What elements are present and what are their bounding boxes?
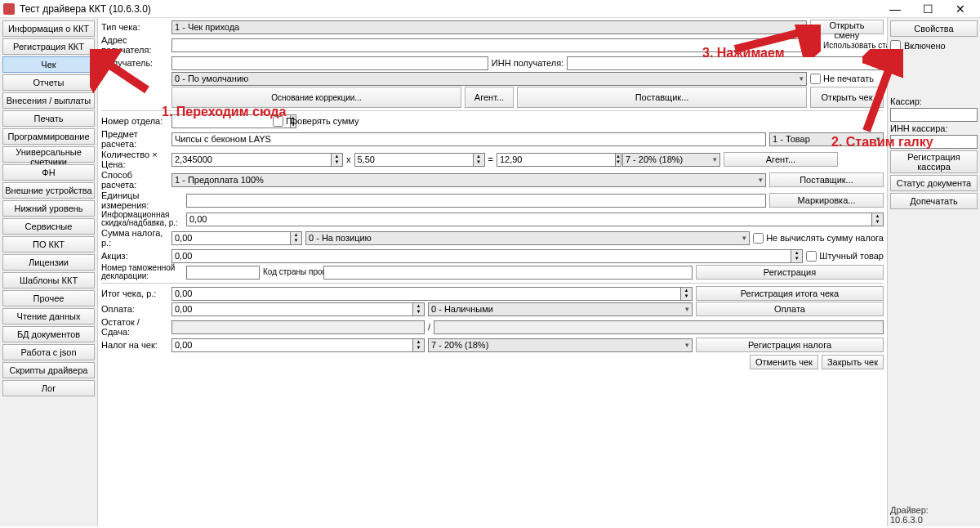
close-button[interactable]: ✕ bbox=[944, 1, 977, 17]
country-code-input[interactable] bbox=[323, 266, 693, 280]
vat-rate-select[interactable]: 7 - 20% (18%) bbox=[622, 153, 720, 167]
sidebar-item-6[interactable]: Программирование bbox=[2, 128, 95, 145]
sidebar-item-10[interactable]: Нижний уровень bbox=[2, 200, 95, 217]
supplier2-button[interactable]: Поставщик... bbox=[769, 172, 884, 187]
minimize-button[interactable]: — bbox=[879, 1, 911, 17]
check-type-select[interactable]: 1 - Чек прихода bbox=[172, 20, 807, 34]
recipient-input[interactable] bbox=[172, 56, 488, 70]
change-input bbox=[434, 320, 884, 334]
check-tax-input[interactable] bbox=[172, 338, 413, 352]
cashier-label: Кассир: bbox=[890, 96, 978, 106]
sidebar-item-14[interactable]: Шаблоны ККТ bbox=[2, 272, 95, 289]
recipient-address-input[interactable] bbox=[172, 38, 807, 52]
check-tax-rate-select[interactable]: 7 - 20% (18%) bbox=[428, 338, 693, 352]
check-type-label: Тип чека: bbox=[101, 22, 168, 32]
titlebar: Тест драйвера ККТ (10.6.3.0) — ☐ ✕ bbox=[0, 0, 980, 18]
remain-label: Остаток / Сдача: bbox=[101, 317, 168, 337]
register-cashier-button[interactable]: Регистрация кассира bbox=[890, 150, 978, 173]
window-title: Тест драйвера ККТ (10.6.3.0) bbox=[20, 3, 879, 15]
tax-position-select[interactable]: 0 - На позицию bbox=[305, 231, 750, 245]
sidebar: Информация о ККТРегистрация ККТЧекОтчеты… bbox=[0, 18, 98, 526]
tax-sum-label: Сумма налога, р.: bbox=[101, 228, 168, 248]
recipient-label: Получатель: bbox=[101, 58, 168, 68]
sidebar-item-11[interactable]: Сервисные bbox=[2, 218, 95, 235]
app-icon bbox=[3, 3, 15, 15]
no-print-checkbox[interactable]: Не печатать bbox=[810, 74, 884, 84]
sidebar-item-9[interactable]: Внешние устройства bbox=[2, 182, 95, 199]
discount-input[interactable] bbox=[186, 213, 872, 226]
payment-type-select[interactable]: 0 - Наличными bbox=[428, 302, 693, 316]
sidebar-item-2[interactable]: Чек bbox=[2, 56, 95, 73]
sidebar-item-4[interactable]: Внесения / выплаты bbox=[2, 92, 95, 109]
goods-type-select[interactable]: 1 - Товар bbox=[769, 132, 884, 146]
price-input[interactable] bbox=[354, 153, 474, 167]
excise-label: Акциз: bbox=[101, 251, 168, 261]
cancel-check-button[interactable]: Отменить чек bbox=[750, 355, 818, 369]
check-tax-label: Налог на чек: bbox=[101, 340, 168, 350]
agent2-button[interactable]: Агент... bbox=[724, 152, 838, 167]
sidebar-item-12[interactable]: ПО ККТ bbox=[2, 236, 95, 253]
sidebar-item-8[interactable]: ФН bbox=[2, 164, 95, 181]
recipient-inn-input[interactable] bbox=[567, 56, 884, 70]
sidebar-item-3[interactable]: Отчеты bbox=[2, 74, 95, 91]
properties-button[interactable]: Свойства bbox=[890, 20, 978, 37]
sidebar-item-7[interactable]: Универсальные счетчики bbox=[2, 146, 95, 163]
tax-sum-input[interactable] bbox=[172, 231, 291, 245]
sidebar-item-1[interactable]: Регистрация ККТ bbox=[2, 38, 95, 55]
recipient-inn-label: ИНН получателя: bbox=[492, 58, 564, 68]
agent-button[interactable]: Агент... bbox=[465, 87, 514, 108]
register-tax-button[interactable]: Регистрация налога bbox=[696, 338, 884, 352]
check-total-input[interactable] bbox=[172, 287, 681, 301]
right-panel: Свойства Включено Кассир: ИНН кассира: Р… bbox=[887, 18, 980, 526]
sidebar-item-17[interactable]: БД документов bbox=[2, 326, 95, 342]
total-input[interactable] bbox=[497, 153, 616, 167]
customs-decl-input[interactable] bbox=[186, 266, 260, 280]
payment-input[interactable] bbox=[172, 302, 413, 316]
sidebar-item-19[interactable]: Скрипты драйвера bbox=[2, 362, 95, 378]
no-calc-tax-checkbox[interactable]: Не вычислять сумму налога bbox=[753, 233, 884, 244]
calc-method-label: Способ расчета: bbox=[101, 170, 168, 190]
cashier-inn-input[interactable] bbox=[890, 135, 978, 149]
open-shift-button[interactable]: Открыть смену bbox=[810, 20, 884, 34]
tax-system-select[interactable]: 0 - По умолчанию bbox=[172, 72, 807, 86]
close-check-button[interactable]: Закрыть чек bbox=[822, 355, 884, 369]
cashier-input[interactable] bbox=[890, 108, 978, 122]
check-sum-checkbox[interactable]: Проверять сумму bbox=[273, 116, 359, 127]
country-code-label: Код страны происхождения: bbox=[263, 268, 320, 276]
register-total-button[interactable]: Регистрация итога чека bbox=[696, 286, 884, 301]
open-check-button[interactable]: Открыть чек bbox=[810, 87, 884, 108]
payment-button[interactable]: Оплата bbox=[696, 302, 884, 316]
driver-version: Драйвер: 10.6.3.0 bbox=[890, 505, 929, 525]
sidebar-item-0[interactable]: Информация о ККТ bbox=[2, 20, 95, 37]
content-area: Тип чека: 1 - Чек прихода Открыть смену … bbox=[98, 18, 887, 526]
cashier-inn-label: ИНН кассира: bbox=[890, 123, 978, 133]
customs-decl-label: Номер таможенной декларации: bbox=[101, 264, 183, 280]
reprint-button[interactable]: Допечатать bbox=[890, 193, 978, 209]
addr-label: Адрес получателя: bbox=[101, 35, 168, 55]
sidebar-item-20[interactable]: Лог bbox=[2, 380, 95, 396]
sidebar-item-5[interactable]: Печать bbox=[2, 110, 95, 127]
units-label: Единицы измерения: bbox=[101, 190, 183, 210]
quantity-input[interactable] bbox=[172, 153, 332, 167]
basis-button[interactable]: Основание коррекции... bbox=[172, 87, 461, 108]
piece-goods-checkbox[interactable]: Штучный товар bbox=[806, 251, 884, 262]
supplier-button[interactable]: Поставщик... bbox=[517, 87, 807, 108]
units-input[interactable] bbox=[186, 194, 766, 208]
excise-input[interactable] bbox=[172, 249, 791, 263]
marking-button[interactable]: Маркировка... bbox=[769, 193, 884, 208]
use-nds18-checkbox[interactable]: Использовать ставку НДС 18 bbox=[810, 40, 884, 51]
register-button[interactable]: Регистрация bbox=[696, 265, 884, 280]
sidebar-item-16[interactable]: Чтение данных bbox=[2, 308, 95, 324]
calc-subject-input[interactable] bbox=[172, 132, 766, 146]
enabled-checkbox[interactable]: Включено bbox=[890, 38, 978, 52]
sidebar-item-15[interactable]: Прочее bbox=[2, 290, 95, 307]
check-total-label: Итог чека, р.: bbox=[101, 289, 168, 298]
dept-label: Номер отдела: bbox=[101, 116, 168, 126]
doc-status-button[interactable]: Статус документа bbox=[890, 175, 978, 191]
calc-subject-label: Предмет расчета: bbox=[101, 129, 168, 149]
sidebar-item-13[interactable]: Лицензии bbox=[2, 254, 95, 271]
info-discount-label: Информационная скидка/надбавка, р.: bbox=[101, 211, 183, 227]
sidebar-item-18[interactable]: Работа с json bbox=[2, 344, 95, 360]
maximize-button[interactable]: ☐ bbox=[911, 1, 944, 17]
calc-method-select[interactable]: 1 - Предоплата 100% bbox=[172, 173, 766, 187]
